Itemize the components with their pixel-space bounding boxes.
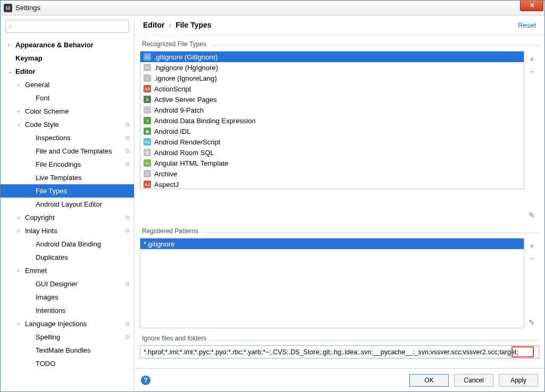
main-panel: Editor › File Types Reset Recognized Fil… bbox=[135, 15, 544, 391]
patterns-tools: + − ✎ bbox=[524, 238, 539, 328]
cancel-button[interactable]: Cancel bbox=[454, 374, 493, 387]
file-types-list[interactable]: G.gitignore (GitIgnore)H.hgignore (HgIgn… bbox=[140, 51, 524, 189]
tree-item-language-injections[interactable]: ›Language Injections⧉ bbox=[1, 317, 134, 330]
breadcrumb-current: File Types bbox=[175, 21, 211, 29]
file-type-label: Android Data Binding Expression bbox=[154, 117, 256, 125]
edit-pattern-button[interactable]: ✎ bbox=[526, 317, 538, 328]
tree-item-label: Code Style bbox=[25, 121, 59, 129]
add-file-type-button[interactable]: + bbox=[526, 53, 538, 65]
tree-item-android-layout-editor[interactable]: ›Android Layout Editor bbox=[1, 198, 134, 211]
tree-item-copyright[interactable]: ›Copyright⧉ bbox=[1, 211, 134, 224]
content-area: ⌕ ›Appearance & Behavior›Keymap⌄Editor›G… bbox=[1, 15, 544, 391]
file-type-row[interactable]: AJAspectJ bbox=[140, 179, 524, 189]
file-type-row[interactable]: G.gitignore (GitIgnore) bbox=[140, 52, 524, 62]
chevron-icon: › bbox=[18, 215, 25, 220]
reset-link[interactable]: Reset bbox=[518, 21, 536, 29]
tree-item-label: Inlay Hints bbox=[25, 227, 57, 235]
file-type-icon: A bbox=[144, 96, 151, 103]
file-type-row[interactable]: ▤Android Room SQL bbox=[140, 147, 524, 158]
scope-icon: ⧉ bbox=[125, 214, 130, 221]
tree-item-todo[interactable]: ›TODO bbox=[1, 357, 134, 370]
tree-item-label: Color Scheme bbox=[25, 107, 69, 115]
tree-item-file-types[interactable]: ›File Types bbox=[1, 184, 134, 198]
file-type-row[interactable]: I.ignore (IgnoreLang) bbox=[140, 73, 524, 83]
edit-file-type-button[interactable]: ✎ bbox=[526, 209, 538, 221]
breadcrumb: Editor › File Types Reset bbox=[135, 15, 544, 35]
tree-item-emmet[interactable]: ›Emmet bbox=[1, 264, 134, 277]
file-type-row[interactable]: H.hgignore (HgIgnore) bbox=[140, 62, 524, 73]
file-type-icon: AS bbox=[144, 85, 151, 92]
ignore-label: Ignore files and folders bbox=[140, 335, 206, 345]
file-type-label: .hgignore (HgIgnore) bbox=[154, 64, 218, 72]
chevron-icon: › bbox=[8, 42, 15, 48]
file-type-label: Active Server Pages bbox=[154, 96, 217, 104]
file-type-icon: AJ bbox=[144, 181, 151, 188]
ok-button[interactable]: OK bbox=[409, 374, 449, 387]
tree-item-gui-designer[interactable]: ›GUI Designer⧉ bbox=[1, 277, 134, 291]
tree-item-label: Editor bbox=[15, 67, 36, 75]
recognized-label: Recognized File Types bbox=[140, 40, 206, 51]
scope-icon: ⧉ bbox=[125, 161, 130, 168]
file-type-row[interactable]: ◆Android IDL bbox=[140, 126, 524, 137]
tree-item-intentions[interactable]: ›Intentions bbox=[1, 304, 134, 317]
file-type-label: Archive bbox=[154, 170, 177, 178]
tree-item-inlay-hints[interactable]: ›Inlay Hints⧉ bbox=[1, 224, 134, 237]
file-type-icon: Rs bbox=[144, 138, 151, 146]
tree-item-live-templates[interactable]: ›Live Templates bbox=[1, 171, 134, 184]
tree-item-spelling[interactable]: ›Spelling⧉ bbox=[1, 330, 134, 344]
file-type-label: .gitignore (GitIgnore) bbox=[154, 53, 217, 61]
file-type-label: ActionScript bbox=[154, 85, 191, 93]
file-type-label: AspectJ bbox=[154, 181, 179, 189]
tree-item-appearance-behavior[interactable]: ›Appearance & Behavior bbox=[1, 38, 134, 52]
file-type-row[interactable]: Android 9-Patch bbox=[140, 105, 524, 115]
chevron-icon: › bbox=[18, 228, 25, 234]
tree-item-editor[interactable]: ⌄Editor bbox=[1, 65, 134, 78]
file-type-icon: H bbox=[144, 64, 151, 71]
tree-item-keymap[interactable]: ›Keymap bbox=[1, 52, 134, 65]
file-type-label: Angular HTML Template bbox=[154, 159, 228, 167]
apply-button[interactable]: Apply bbox=[499, 374, 538, 387]
tree-item-label: Keymap bbox=[15, 54, 43, 62]
tree-item-android-data-binding[interactable]: ›Android Data Binding bbox=[1, 237, 134, 251]
add-pattern-button[interactable]: + bbox=[526, 240, 538, 252]
scope-icon: ⧉ bbox=[125, 148, 130, 155]
tree-item-inspections[interactable]: ›Inspections⧉ bbox=[1, 131, 134, 144]
file-type-icon: G bbox=[144, 53, 151, 61]
patterns-list[interactable]: *.gitignore bbox=[140, 238, 524, 328]
sidebar: ⌕ ›Appearance & Behavior›Keymap⌄Editor›G… bbox=[1, 15, 135, 391]
file-type-row[interactable]: AActive Server Pages bbox=[140, 94, 524, 105]
file-type-row[interactable]: RsAndroid RenderScript bbox=[140, 137, 524, 147]
chevron-icon: › bbox=[18, 108, 25, 114]
close-icon: ✕ bbox=[530, 2, 534, 9]
tree-item-font[interactable]: ›Font bbox=[1, 91, 134, 105]
ignore-group: Ignore files and folders bbox=[140, 335, 539, 359]
settings-tree[interactable]: ›Appearance & Behavior›Keymap⌄Editor›Gen… bbox=[1, 37, 134, 391]
file-type-row[interactable]: ▯Archive bbox=[140, 168, 524, 179]
breadcrumb-root[interactable]: Editor bbox=[143, 21, 164, 29]
file-type-icon: ◆ bbox=[144, 127, 151, 135]
remove-file-type-button[interactable]: − bbox=[526, 66, 538, 78]
help-button[interactable]: ? bbox=[141, 376, 150, 385]
tree-item-textmate-bundles[interactable]: ›TextMate Bundles bbox=[1, 344, 134, 357]
pattern-row[interactable]: *.gitignore bbox=[140, 238, 524, 249]
window-close-button[interactable]: ✕ bbox=[520, 1, 543, 11]
tree-item-label: TODO bbox=[36, 360, 55, 368]
file-type-row[interactable]: ⋄Android Data Binding Expression bbox=[140, 115, 524, 126]
remove-pattern-button[interactable]: − bbox=[526, 253, 538, 265]
recognized-file-types-group: Recognized File Types G.gitignore (GitIg… bbox=[140, 40, 539, 221]
tree-item-duplicates[interactable]: ›Duplicates bbox=[1, 251, 134, 264]
file-type-row[interactable]: ASActionScript bbox=[140, 83, 524, 94]
tree-item-images[interactable]: ›Images bbox=[1, 291, 134, 304]
tree-item-code-style[interactable]: ›Code Style⧉ bbox=[1, 118, 134, 131]
search-input[interactable] bbox=[5, 20, 129, 33]
file-type-icon: ▯ bbox=[144, 170, 151, 177]
file-type-row[interactable]: HAngular HTML Template bbox=[140, 158, 524, 168]
tree-item-general[interactable]: ›General bbox=[1, 78, 134, 91]
ignore-files-input[interactable] bbox=[140, 345, 539, 359]
tree-item-file-and-code-templates[interactable]: ›File and Code Templates⧉ bbox=[1, 144, 134, 158]
file-type-label: Android IDL bbox=[154, 127, 191, 135]
file-type-icon: ▤ bbox=[144, 149, 151, 156]
tree-item-file-encodings[interactable]: ›File Encodings⧉ bbox=[1, 158, 134, 171]
chevron-icon: › bbox=[18, 268, 25, 274]
tree-item-color-scheme[interactable]: ›Color Scheme bbox=[1, 105, 134, 118]
